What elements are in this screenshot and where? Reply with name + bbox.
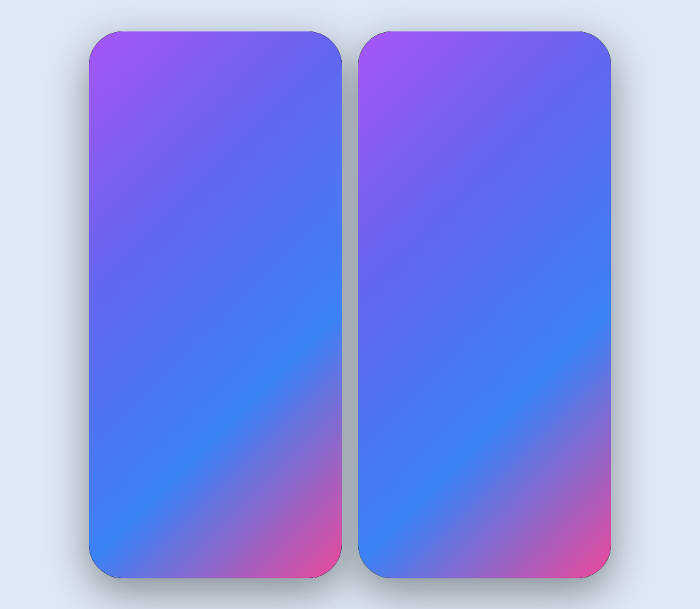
video-toggle-button[interactable] (360, 522, 396, 559)
imagine-label-4: Imagine (225, 377, 327, 384)
svg-point-129 (159, 473, 208, 521)
status-icons-1: 📷 🎤 (295, 40, 325, 51)
call-controls (358, 522, 611, 559)
status-bar-2: 09:41 📷 🎤 (358, 31, 611, 55)
partial-row (89, 468, 342, 522)
svg-point-161 (474, 346, 479, 354)
svg-point-13 (146, 127, 150, 134)
svg-point-174 (508, 241, 511, 244)
grid-item-storm-cloud[interactable]: Imagine A sweet storm cloud (218, 91, 334, 211)
phone-video-call: 09:41 📷 🎤 ← John Smith 👤+ ··· (358, 31, 611, 578)
partial-img-2 (218, 473, 334, 521)
more-options-icon[interactable]: ··· (590, 62, 600, 76)
recording-badge-1: 📷 🎤 (295, 40, 325, 51)
meta-ai-logo-icon (180, 61, 200, 80)
svg-point-29 (252, 99, 300, 137)
svg-point-68 (125, 339, 140, 354)
svg-point-14 (156, 129, 160, 136)
status-time-2: 09:41 (375, 40, 396, 50)
meta-ai-header: Meta AI (89, 55, 342, 91)
svg-point-98 (250, 286, 251, 288)
svg-rect-7 (122, 146, 187, 159)
meta-ai-screen: 09:41 📷 🎤 Met (89, 31, 342, 578)
moon-forest-label: Imagine A forest on the moon (218, 372, 334, 401)
storm-cloud-title: A sweet storm cloud (225, 195, 327, 205)
svg-point-97 (229, 291, 231, 293)
status-bar-1: 09:41 📷 🎤 (89, 31, 342, 55)
imagine-label-3: Imagine (104, 377, 206, 384)
partial-item-1[interactable] (97, 473, 213, 521)
phone-meta-ai: 09:41 📷 🎤 Met (89, 31, 342, 578)
svg-point-102 (222, 312, 224, 313)
svg-point-173 (467, 241, 470, 244)
svg-rect-145 (427, 394, 543, 448)
svg-point-176 (500, 266, 524, 282)
end-call-button[interactable] (573, 522, 610, 559)
svg-point-122 (295, 366, 301, 371)
camera-icon-2: 📷 (570, 42, 578, 49)
flip-camera-button[interactable] (520, 522, 556, 559)
back-button[interactable]: ← (369, 61, 383, 77)
grid-item-moon-forest[interactable]: Imagine A forest on the moon (218, 282, 334, 401)
svg-point-175 (445, 266, 470, 282)
svg-point-2 (100, 100, 117, 122)
effects-button[interactable] (466, 522, 503, 559)
camera-icon: 📷 (301, 42, 309, 49)
svg-point-163 (501, 345, 507, 353)
status-icons-2: 📷 🎤 (565, 40, 595, 51)
imagine-label-1: Imagine (104, 187, 206, 193)
video-call-screen: 09:41 📷 🎤 ← John Smith 👤+ ··· (358, 31, 611, 578)
svg-point-120 (244, 366, 250, 372)
moon-forest-title: A forest on the moon (225, 385, 327, 396)
mic-icon: 🎤 (312, 42, 320, 49)
contact-name: John Smith (391, 62, 546, 76)
recording-badge-2: 📷 🎤 (565, 40, 595, 51)
video-background (358, 31, 611, 578)
grid-item-sunflowers[interactable]: Imagine A field of sunflowers (97, 282, 213, 401)
svg-point-110 (301, 309, 309, 313)
svg-point-149 (457, 410, 465, 418)
mute-button[interactable] (413, 522, 450, 559)
svg-rect-9 (146, 132, 150, 147)
call-header: ← John Smith 👤+ ··· (358, 55, 611, 85)
svg-point-4 (185, 117, 197, 133)
svg-point-106 (282, 323, 287, 329)
sunflowers-label: Imagine A field of sunflowers (97, 372, 213, 401)
svg-point-86 (172, 337, 189, 353)
imagine-label-2: Imagine (225, 187, 327, 193)
describe-input[interactable]: Describe an image (97, 528, 334, 556)
svg-point-15 (166, 131, 170, 137)
birthday-cake-label: Imagine A birthday cake (97, 181, 213, 211)
svg-point-134 (301, 476, 329, 504)
partial-item-2[interactable] (218, 473, 334, 521)
svg-point-105 (264, 309, 271, 316)
svg-point-100 (304, 289, 306, 290)
svg-point-3 (194, 98, 208, 118)
mic-icon-2: 🎤 (581, 42, 589, 49)
home-indicator-2 (444, 90, 526, 92)
svg-point-152 (517, 405, 528, 416)
svg-point-162 (487, 342, 493, 351)
birthday-cake-title: A birthday cake (104, 195, 206, 205)
image-grid: Imagine A birthday cake (89, 91, 342, 468)
meta-ai-title: Meta AI (206, 63, 250, 77)
svg-point-12 (135, 131, 139, 137)
describe-placeholder: Describe an image (109, 537, 189, 547)
add-person-icon[interactable]: 👤+ (554, 61, 579, 77)
svg-point-150 (476, 405, 487, 416)
svg-point-148 (435, 405, 446, 416)
svg-rect-30 (97, 282, 213, 336)
grid-item-birthday-cake[interactable]: Imagine A birthday cake (97, 91, 213, 211)
home-indicator-1 (174, 569, 256, 571)
svg-point-108 (249, 298, 258, 303)
status-time-1: 09:41 (105, 40, 126, 50)
sunflowers-title: A field of sunflowers (104, 385, 206, 396)
call-header-actions: 👤+ ··· (554, 61, 600, 77)
svg-point-121 (269, 366, 273, 370)
svg-point-101 (325, 298, 327, 300)
storm-cloud-label: Imagine A sweet storm cloud (218, 181, 334, 211)
svg-point-160 (460, 343, 466, 353)
svg-point-141 (553, 124, 601, 185)
svg-point-95 (195, 342, 207, 354)
partial-img-1 (97, 473, 213, 521)
